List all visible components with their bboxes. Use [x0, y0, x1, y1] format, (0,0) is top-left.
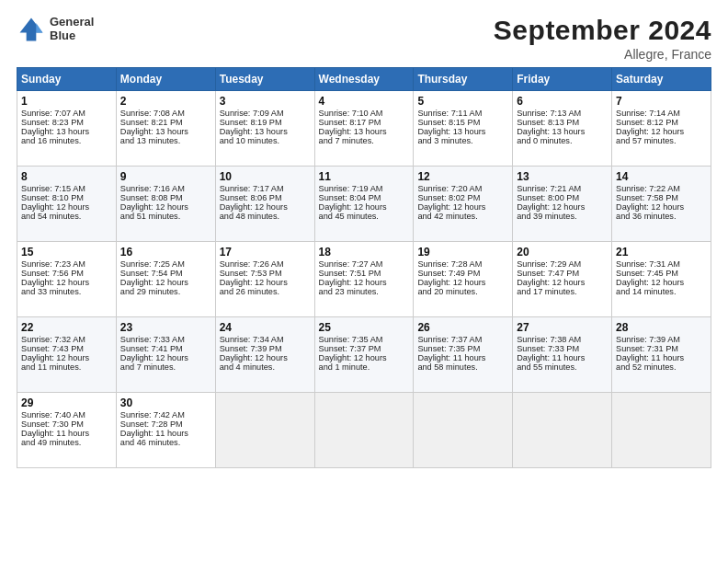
header-row: SundayMondayTuesdayWednesdayThursdayFrid… — [17, 68, 711, 91]
day-number: 5 — [417, 95, 508, 108]
day-number: 13 — [517, 170, 608, 183]
calendar-cell: 2Sunrise: 7:08 AMSunset: 8:21 PMDaylight… — [116, 91, 215, 167]
calendar-cell: 6Sunrise: 7:13 AMSunset: 8:13 PMDaylight… — [513, 91, 612, 167]
header-day: Friday — [513, 68, 612, 91]
title-block: September 2024 Allegre, France — [494, 15, 711, 62]
day-number: 4 — [319, 95, 410, 108]
day-number: 25 — [319, 321, 410, 334]
day-number: 29 — [21, 396, 112, 409]
calendar-cell: 17Sunrise: 7:26 AMSunset: 7:53 PMDayligh… — [215, 242, 314, 317]
calendar-cell: 28Sunrise: 7:39 AMSunset: 7:31 PMDayligh… — [612, 317, 711, 393]
calendar-cell: 5Sunrise: 7:11 AMSunset: 8:15 PMDaylight… — [414, 91, 513, 167]
calendar-cell: 23Sunrise: 7:33 AMSunset: 7:41 PMDayligh… — [116, 317, 215, 393]
calendar-cell: 26Sunrise: 7:37 AMSunset: 7:35 PMDayligh… — [414, 317, 513, 393]
day-number: 30 — [120, 396, 211, 409]
day-number: 23 — [120, 321, 211, 334]
calendar-cell: 19Sunrise: 7:28 AMSunset: 7:49 PMDayligh… — [414, 242, 513, 317]
logo: General Blue — [17, 15, 94, 44]
calendar-body: 1Sunrise: 7:07 AMSunset: 8:23 PMDaylight… — [17, 91, 711, 468]
header-day: Thursday — [414, 68, 513, 91]
calendar-cell: 8Sunrise: 7:15 AMSunset: 8:10 PMDaylight… — [17, 167, 117, 242]
day-number: 28 — [616, 321, 707, 334]
day-number: 15 — [21, 246, 112, 259]
day-number: 17 — [220, 246, 311, 259]
day-number: 26 — [417, 321, 508, 334]
calendar-cell: 13Sunrise: 7:21 AMSunset: 8:00 PMDayligh… — [513, 167, 612, 242]
calendar-cell: 15Sunrise: 7:23 AMSunset: 7:56 PMDayligh… — [17, 242, 117, 317]
day-number: 7 — [616, 95, 707, 108]
day-number: 10 — [220, 170, 311, 183]
day-number: 14 — [616, 170, 707, 183]
day-number: 18 — [319, 246, 410, 259]
calendar-table: SundayMondayTuesdayWednesdayThursdayFrid… — [17, 67, 711, 468]
calendar-cell: 25Sunrise: 7:35 AMSunset: 7:37 PMDayligh… — [314, 317, 414, 393]
day-number: 1 — [21, 95, 112, 108]
logo-line1: General — [50, 16, 94, 29]
logo-icon — [17, 15, 46, 44]
day-number: 11 — [319, 170, 410, 183]
day-number: 9 — [120, 170, 211, 183]
day-number: 2 — [120, 95, 211, 108]
day-number: 3 — [220, 95, 311, 108]
calendar-cell: 27Sunrise: 7:38 AMSunset: 7:33 PMDayligh… — [513, 317, 612, 393]
day-number: 6 — [517, 95, 608, 108]
calendar-cell: 14Sunrise: 7:22 AMSunset: 7:58 PMDayligh… — [612, 167, 711, 242]
day-number: 27 — [517, 321, 608, 334]
day-number: 22 — [21, 321, 112, 334]
calendar-cell — [215, 393, 314, 468]
calendar-cell: 4Sunrise: 7:10 AMSunset: 8:17 PMDaylight… — [314, 91, 414, 167]
header: General Blue September 2024 Allegre, Fra… — [17, 15, 711, 62]
calendar-cell: 29Sunrise: 7:40 AMSunset: 7:30 PMDayligh… — [17, 393, 117, 468]
day-number: 12 — [417, 170, 508, 183]
logo-line2: Blue — [50, 29, 94, 43]
calendar-cell: 22Sunrise: 7:32 AMSunset: 7:43 PMDayligh… — [17, 317, 117, 393]
subtitle: Allegre, France — [494, 47, 711, 62]
calendar-cell: 11Sunrise: 7:19 AMSunset: 8:04 PMDayligh… — [314, 167, 414, 242]
logo-text: General Blue — [50, 16, 94, 43]
calendar-header: SundayMondayTuesdayWednesdayThursdayFrid… — [17, 68, 711, 91]
calendar-cell: 1Sunrise: 7:07 AMSunset: 8:23 PMDaylight… — [17, 91, 117, 167]
header-day: Tuesday — [215, 68, 314, 91]
calendar-cell: 20Sunrise: 7:29 AMSunset: 7:47 PMDayligh… — [513, 242, 612, 317]
header-day: Sunday — [17, 68, 117, 91]
day-number: 24 — [220, 321, 311, 334]
calendar-cell: 24Sunrise: 7:34 AMSunset: 7:39 PMDayligh… — [215, 317, 314, 393]
calendar-cell: 3Sunrise: 7:09 AMSunset: 8:19 PMDaylight… — [215, 91, 314, 167]
calendar-cell: 7Sunrise: 7:14 AMSunset: 8:12 PMDaylight… — [612, 91, 711, 167]
calendar-cell — [612, 393, 711, 468]
calendar-cell — [414, 393, 513, 468]
calendar-cell: 21Sunrise: 7:31 AMSunset: 7:45 PMDayligh… — [612, 242, 711, 317]
calendar-cell: 18Sunrise: 7:27 AMSunset: 7:51 PMDayligh… — [314, 242, 414, 317]
calendar-cell — [314, 393, 414, 468]
calendar-cell: 9Sunrise: 7:16 AMSunset: 8:08 PMDaylight… — [116, 167, 215, 242]
calendar-cell — [513, 393, 612, 468]
calendar-cell: 30Sunrise: 7:42 AMSunset: 7:28 PMDayligh… — [116, 393, 215, 468]
day-number: 16 — [120, 246, 211, 259]
day-number: 21 — [616, 246, 707, 259]
main-title: September 2024 — [494, 15, 711, 46]
page: General Blue September 2024 Allegre, Fra… — [0, 0, 728, 563]
calendar-cell: 10Sunrise: 7:17 AMSunset: 8:06 PMDayligh… — [215, 167, 314, 242]
calendar-cell: 16Sunrise: 7:25 AMSunset: 7:54 PMDayligh… — [116, 242, 215, 317]
day-number: 19 — [417, 246, 508, 259]
header-day: Wednesday — [314, 68, 414, 91]
calendar-cell: 12Sunrise: 7:20 AMSunset: 8:02 PMDayligh… — [414, 167, 513, 242]
header-day: Saturday — [612, 68, 711, 91]
day-number: 8 — [21, 170, 112, 183]
header-day: Monday — [116, 68, 215, 91]
day-number: 20 — [517, 246, 608, 259]
